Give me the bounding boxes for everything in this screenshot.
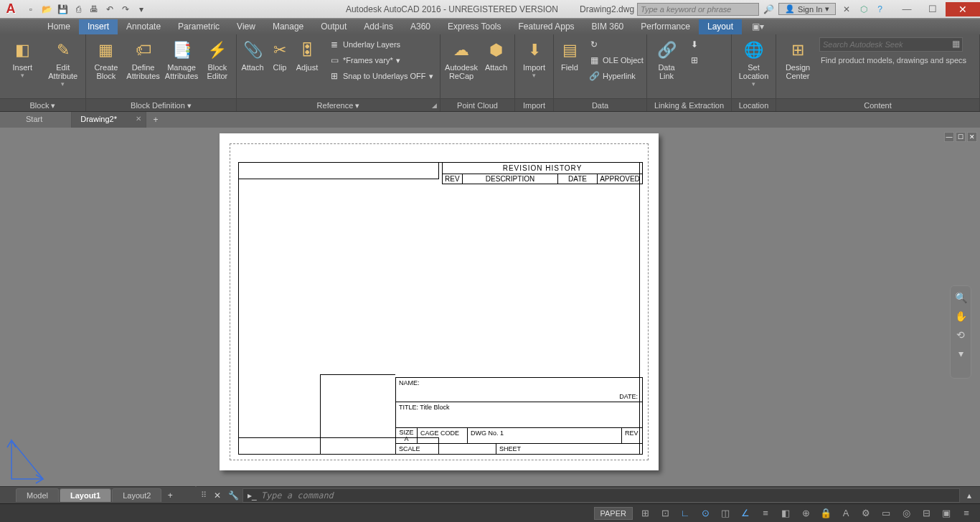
command-input[interactable]: ▸_ Type a command — [242, 488, 960, 503]
cmd-close-icon[interactable]: ✕ — [211, 489, 224, 502]
adjust-button[interactable]: 🎛Adjust — [296, 37, 319, 72]
attach-pointcloud-button[interactable]: ⬢Attach — [482, 37, 510, 72]
download-link-button[interactable]: ⬇ — [686, 37, 703, 52]
isolate-icon[interactable]: ◎ — [898, 506, 914, 521]
cmd-customize-icon[interactable]: 🔧 — [227, 489, 240, 502]
cmd-history-icon[interactable]: ▴ — [963, 489, 976, 502]
orbit-icon[interactable]: ⟲ — [953, 328, 968, 342]
binoculars-icon[interactable]: 🔎 — [763, 4, 774, 14]
cmd-grip-icon[interactable]: ⠿ — [201, 490, 208, 500]
create-block-button[interactable]: ▦Create Block — [90, 37, 122, 80]
tab-output[interactable]: Output — [312, 19, 355, 34]
define-attributes-button[interactable]: 🏷Define Attributes — [126, 37, 160, 80]
hardware-icon[interactable]: ⊟ — [918, 506, 934, 521]
exchange-icon[interactable]: ✕ — [843, 4, 850, 14]
attach-button[interactable]: 📎Attach — [241, 37, 264, 72]
tab-manage[interactable]: Manage — [264, 19, 312, 34]
vp-minimize-icon[interactable]: — — [944, 132, 954, 142]
transparency-icon[interactable]: ◧ — [778, 506, 793, 521]
ortho-icon[interactable]: ∟ — [677, 506, 693, 521]
extract-data-button[interactable]: ⊞ — [686, 53, 703, 67]
model-tab[interactable]: Model — [16, 488, 59, 502]
insert-block-button[interactable]: ◧Insert▾ — [4, 37, 41, 79]
update-fields-button[interactable]: ↻ — [585, 37, 646, 52]
seek-search-input[interactable] — [819, 37, 963, 52]
set-location-button[interactable]: 🌐Set Location▾ — [736, 37, 771, 87]
help-icon[interactable]: ? — [877, 4, 882, 14]
annotation-icon[interactable]: A — [838, 506, 854, 521]
new-icon[interactable]: ▫ — [24, 3, 37, 16]
manage-attributes-button[interactable]: 📑Manage Attributes — [164, 37, 198, 80]
layout1-tab[interactable]: Layout1 — [60, 488, 111, 502]
tab-performance[interactable]: Performance — [632, 19, 699, 34]
snap-icon[interactable]: ⊡ — [657, 506, 673, 521]
signin-button[interactable]: 👤 Sign In ▾ — [778, 3, 836, 15]
grid-icon[interactable]: ⊞ — [637, 506, 653, 521]
monitor-icon[interactable]: ▭ — [878, 506, 894, 521]
showmotion-icon[interactable]: ▾ — [953, 346, 968, 361]
pan-icon[interactable]: ✋ — [953, 309, 968, 323]
design-center-button[interactable]: ⊞Design Center — [781, 37, 815, 80]
minimize-button[interactable]: — — [894, 2, 920, 16]
panel-blockdef[interactable]: Block Definition ▾ — [86, 98, 236, 111]
cleanscreen-icon[interactable]: ▣ — [938, 506, 954, 521]
seek-go-icon[interactable]: ▦ — [952, 39, 960, 49]
tab-parametric[interactable]: Parametric — [169, 19, 228, 34]
save-icon[interactable]: 💾 — [56, 3, 69, 16]
ribbon-options-icon[interactable]: ▣▾ — [748, 19, 768, 34]
open-icon[interactable]: 📂 — [40, 3, 53, 16]
tab-annotate[interactable]: Annotate — [118, 19, 169, 34]
field-button[interactable]: ▤Field — [558, 37, 581, 72]
drawing-canvas[interactable]: — ☐ ✕ REVISION HISTORY REV DESCRIPTION D… — [0, 128, 980, 486]
zoom-extents-icon[interactable]: 🔍 — [953, 290, 968, 305]
workspace-icon[interactable]: ⚙ — [858, 506, 874, 521]
space-toggle[interactable]: PAPER — [594, 507, 633, 520]
data-link-button[interactable]: 🔗Data Link — [651, 37, 682, 80]
tab-layout[interactable]: Layout — [699, 19, 742, 34]
vp-close-icon[interactable]: ✕ — [967, 132, 977, 142]
snap-underlays-dropdown[interactable]: ⊞Snap to Underlays OFF ▾ — [326, 69, 436, 83]
underlay-layers-button[interactable]: ≣Underlay Layers — [326, 37, 436, 52]
clip-button[interactable]: ✂Clip — [268, 37, 291, 72]
tab-addins[interactable]: Add-ins — [355, 19, 402, 34]
undo-icon[interactable]: ↶ — [103, 3, 116, 16]
frames-dropdown[interactable]: ▭*Frames vary* ▾ — [326, 53, 436, 67]
tab-featured[interactable]: Featured Apps — [510, 19, 583, 34]
tab-bim360[interactable]: BIM 360 — [583, 19, 633, 34]
qat-dropdown-icon[interactable]: ▾ — [135, 3, 148, 16]
redo-icon[interactable]: ↷ — [119, 3, 132, 16]
annoscale-icon[interactable]: 🔒 — [818, 506, 834, 521]
layout2-tab[interactable]: Layout2 — [112, 488, 161, 502]
tab-start[interactable]: Start — [17, 112, 72, 128]
panel-block[interactable]: Block ▾ — [0, 98, 85, 111]
close-tab-icon[interactable]: ✕ — [136, 115, 141, 123]
tab-view[interactable]: View — [228, 19, 264, 34]
import-button[interactable]: ⬇Import▾ — [519, 37, 549, 79]
vp-maximize-icon[interactable]: ☐ — [956, 132, 966, 142]
close-button[interactable]: ✕ — [946, 2, 980, 16]
maximize-button[interactable]: ☐ — [920, 2, 946, 16]
lineweight-icon[interactable]: ≡ — [758, 506, 773, 521]
new-tab-button[interactable]: + — [146, 112, 165, 128]
help-search-input[interactable] — [637, 3, 759, 16]
cycling-icon[interactable]: ⊕ — [798, 506, 814, 521]
panel-reference[interactable]: Reference ▾◢ — [237, 98, 440, 111]
polar-icon[interactable]: ⊙ — [697, 506, 713, 521]
viewport-top[interactable] — [238, 162, 439, 179]
tab-a360[interactable]: A360 — [402, 19, 439, 34]
app-menu[interactable]: A — [0, 0, 22, 19]
recap-button[interactable]: ☁Autodesk ReCap — [445, 37, 478, 80]
ole-object-button[interactable]: ▦OLE Object — [585, 53, 646, 67]
plot-icon[interactable]: 🖶 — [88, 3, 100, 16]
saveas-icon[interactable]: ⎙ — [72, 3, 85, 16]
tab-home[interactable]: Home — [39, 19, 79, 34]
block-editor-button[interactable]: ⚡Block Editor — [203, 37, 232, 80]
tab-insert[interactable]: Insert — [79, 19, 118, 34]
a360-icon[interactable]: ⬡ — [860, 4, 867, 14]
tab-drawing2[interactable]: Drawing2*✕ — [72, 112, 146, 128]
tab-express[interactable]: Express Tools — [439, 19, 509, 34]
edit-attribute-button[interactable]: ✎Edit Attribute▾ — [45, 37, 82, 87]
osnap-icon[interactable]: ◫ — [717, 506, 733, 521]
otrack-icon[interactable]: ∠ — [738, 506, 753, 521]
add-layout-button[interactable]: + — [162, 490, 178, 500]
